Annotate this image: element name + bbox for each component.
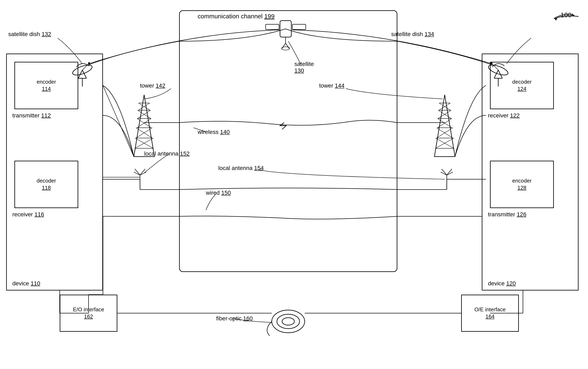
svg-line-48 xyxy=(437,128,453,138)
svg-marker-39 xyxy=(434,95,455,157)
svg-line-35 xyxy=(138,110,151,118)
svg-line-59 xyxy=(134,172,140,175)
svg-line-51 xyxy=(438,118,452,128)
svg-line-65 xyxy=(447,172,453,175)
svg-line-55 xyxy=(439,103,450,110)
encoder-128-label: encoder128 xyxy=(512,177,532,191)
receiver-116-label: receiver 116 xyxy=(12,211,44,218)
svg-line-37 xyxy=(138,103,150,110)
device-110-label: device 110 xyxy=(12,280,40,287)
receiver-122-label: receiver 122 xyxy=(488,112,520,119)
svg-marker-22 xyxy=(134,95,154,157)
wired-label: wired 150 xyxy=(206,190,231,196)
svg-line-60 xyxy=(140,172,146,175)
svg-line-29 xyxy=(135,138,153,148)
decoder-118-box: decoder118 xyxy=(14,161,78,208)
svg-line-49 xyxy=(437,128,453,138)
local-antenna-152-label: local antenna 152 xyxy=(144,150,189,157)
svg-line-53 xyxy=(438,110,451,118)
svg-marker-92 xyxy=(554,18,557,20)
svg-line-46 xyxy=(435,138,454,148)
decoder-124-label: decoder124 xyxy=(512,79,532,92)
decoder-118-label: decoder118 xyxy=(37,177,56,191)
wireless-label: wireless 140 xyxy=(198,129,230,135)
svg-point-66 xyxy=(272,310,305,333)
eo-interface-label: E/O interface162 xyxy=(73,306,104,320)
svg-line-86 xyxy=(103,85,134,157)
svg-line-62 xyxy=(442,169,447,175)
svg-line-52 xyxy=(438,110,451,118)
tower-144-label: tower 144 xyxy=(319,82,344,89)
device-120-label: device 120 xyxy=(488,280,516,287)
encoder-128-box: encoder128 xyxy=(490,161,554,208)
svg-line-31 xyxy=(136,128,152,138)
oe-interface-label: O/E interface164 xyxy=(474,306,506,320)
satellite-dish-134-label: satellite dish 134 xyxy=(391,31,434,38)
svg-line-33 xyxy=(137,118,151,128)
svg-marker-0 xyxy=(572,13,574,17)
channel-box xyxy=(179,10,397,272)
channel-label: communication channel 199 xyxy=(198,13,275,20)
tower-142-label: tower 142 xyxy=(140,82,165,89)
fiber-optic-label: fiber-optic 160 xyxy=(216,315,253,322)
svg-line-57 xyxy=(135,169,140,175)
svg-line-47 xyxy=(435,138,454,148)
satellite-label: satellite130 xyxy=(294,61,314,74)
transmitter-126-label: transmitter 126 xyxy=(488,211,527,218)
ref-100-label: 100 xyxy=(561,11,571,19)
svg-line-30 xyxy=(135,138,153,148)
oe-interface-box: O/E interface164 xyxy=(461,295,519,332)
satellite-dish-132-label: satellite dish 132 xyxy=(8,31,51,38)
svg-line-63 xyxy=(447,169,452,175)
svg-line-38 xyxy=(138,103,150,110)
decoder-124-box: decoder124 xyxy=(490,62,554,109)
svg-line-58 xyxy=(140,169,145,175)
svg-line-36 xyxy=(138,110,151,118)
svg-line-34 xyxy=(137,118,151,128)
svg-line-32 xyxy=(136,128,152,138)
eo-interface-box: E/O interface162 xyxy=(60,295,117,332)
transmitter-112-label: transmitter 112 xyxy=(12,112,51,119)
svg-line-64 xyxy=(441,172,447,175)
encoder-114-label: encoder114 xyxy=(37,79,56,92)
svg-line-50 xyxy=(438,118,452,128)
svg-point-68 xyxy=(282,318,294,325)
svg-point-67 xyxy=(277,314,299,329)
local-antenna-154-label: local antenna 154 xyxy=(218,165,264,171)
encoder-114-box: encoder114 xyxy=(14,62,78,109)
svg-line-54 xyxy=(439,103,450,110)
